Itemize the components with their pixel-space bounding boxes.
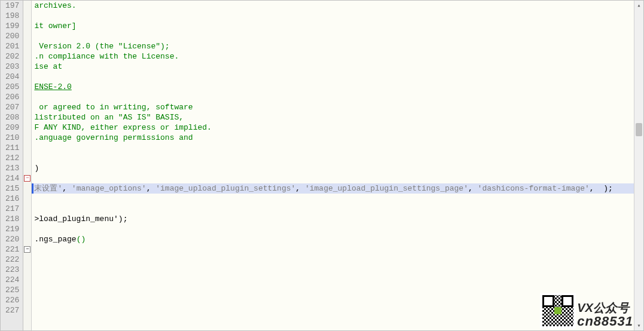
code-token: () xyxy=(77,235,86,244)
code-token: .n compliance with the License. xyxy=(34,52,179,61)
code-token: or agreed to in writing, software xyxy=(34,103,193,112)
line-number: 214 xyxy=(3,173,19,183)
code-line[interactable] xyxy=(32,275,634,285)
line-number: 227 xyxy=(3,305,19,315)
code-line[interactable]: or agreed to in writing, software xyxy=(32,102,634,112)
line-number: 199 xyxy=(3,21,19,31)
code-token: it owner] xyxy=(34,22,76,30)
watermark-text: VX公众号 cn88531 xyxy=(577,301,633,329)
code-token: , xyxy=(62,184,72,193)
code-line[interactable] xyxy=(32,194,634,204)
line-number: 216 xyxy=(3,194,19,204)
code-token: F ANY KIND, either express or implied. xyxy=(34,123,211,132)
code-line[interactable]: ) xyxy=(32,163,634,173)
code-token: 'image_upload_plugin_settings_page' xyxy=(305,184,468,193)
vertical-scrollbar[interactable]: ▴ ▾ xyxy=(634,1,643,330)
line-number: 217 xyxy=(3,204,19,214)
code-line[interactable]: ENSE-2.0 xyxy=(32,82,634,92)
code-line[interactable] xyxy=(32,72,634,82)
code-token: archives. xyxy=(34,1,76,10)
code-token: >load_plugin_menu'); xyxy=(34,214,127,223)
code-token: ise at xyxy=(34,62,62,71)
line-number: 224 xyxy=(3,275,19,285)
code-token: ) xyxy=(34,164,39,173)
caret-indicator xyxy=(32,183,33,194)
code-area[interactable]: archives.it owner] Version 2.0 (the "Lic… xyxy=(32,1,634,330)
code-line[interactable] xyxy=(32,173,634,183)
code-line[interactable] xyxy=(32,244,634,255)
code-editor: 1971981992002012022032042052062072082092… xyxy=(0,0,644,331)
line-number: 212 xyxy=(3,153,19,163)
code-token: 'dashicons-format-image' xyxy=(478,184,590,193)
code-line[interactable] xyxy=(32,11,634,21)
watermark-overlay: VX公众号 cn88531 xyxy=(540,293,633,329)
line-number: 226 xyxy=(3,295,19,305)
line-number: 204 xyxy=(3,72,19,82)
code-line[interactable]: .ngs_page() xyxy=(32,234,634,244)
line-number: 201 xyxy=(3,41,19,51)
line-number: 220 xyxy=(3,234,19,244)
watermark-line1: VX公众号 xyxy=(577,301,633,314)
line-number: 203 xyxy=(3,62,19,72)
code-token: 'image_upload_plugin_settings' xyxy=(155,184,295,193)
line-number: 225 xyxy=(3,285,19,295)
scroll-up-arrow[interactable]: ▴ xyxy=(634,1,643,10)
code-line[interactable]: Version 2.0 (the "License"); xyxy=(32,41,634,51)
scroll-thumb[interactable] xyxy=(636,123,642,136)
code-token: , ); xyxy=(590,184,613,193)
line-number: 223 xyxy=(3,265,19,275)
line-number: 205 xyxy=(3,82,19,92)
line-number: 218 xyxy=(3,214,19,224)
code-line[interactable]: F ANY KIND, either express or implied. xyxy=(32,122,634,133)
code-token: .anguage governing permissions and xyxy=(34,133,193,142)
code-line[interactable] xyxy=(32,255,634,265)
code-token: 'manage_options' xyxy=(72,184,146,193)
line-number: 202 xyxy=(3,51,19,62)
code-line[interactable]: .n compliance with the License. xyxy=(32,51,634,62)
line-number: 221 xyxy=(3,244,19,255)
fold-toggle-icon[interactable]: − xyxy=(24,246,30,253)
line-number: 200 xyxy=(3,31,19,41)
fold-column: −− xyxy=(23,1,32,330)
code-token: 末设置' xyxy=(34,184,62,193)
code-line[interactable] xyxy=(32,143,634,153)
line-number: 213 xyxy=(3,163,19,173)
line-number: 209 xyxy=(3,122,19,133)
code-line[interactable]: ise at xyxy=(32,62,634,72)
line-number: 222 xyxy=(3,255,19,265)
code-token: listributed on an "AS IS" BASIS, xyxy=(34,113,184,122)
code-token: , xyxy=(295,184,305,193)
line-number: 207 xyxy=(3,102,19,112)
line-number: 211 xyxy=(3,143,19,153)
code-line[interactable]: it owner] xyxy=(32,21,634,31)
code-line[interactable]: 末设置', 'manage_options', 'image_upload_pl… xyxy=(32,183,634,194)
code-line[interactable] xyxy=(32,31,634,41)
code-line[interactable]: .anguage governing permissions and xyxy=(32,133,634,143)
line-number: 219 xyxy=(3,224,19,234)
code-line[interactable] xyxy=(32,153,634,163)
code-token: , xyxy=(146,184,156,193)
line-number-gutter: 1971981992002012022032042052062072082092… xyxy=(1,1,23,330)
code-line[interactable]: listributed on an "AS IS" BASIS, xyxy=(32,112,634,122)
code-token: .ngs_page xyxy=(34,235,76,244)
line-number: 215 xyxy=(3,183,19,194)
line-number: 198 xyxy=(3,11,19,21)
line-number: 206 xyxy=(3,92,19,102)
code-line[interactable]: >load_plugin_menu'); xyxy=(32,214,634,224)
fold-toggle-icon[interactable]: − xyxy=(24,175,30,182)
code-line[interactable] xyxy=(32,92,634,102)
line-number: 208 xyxy=(3,112,19,122)
code-token: , xyxy=(468,184,478,193)
line-number: 210 xyxy=(3,133,19,143)
code-line[interactable]: archives. xyxy=(32,1,634,11)
qr-code-icon xyxy=(540,293,576,329)
code-line[interactable] xyxy=(32,224,634,234)
scroll-down-arrow[interactable]: ▾ xyxy=(634,321,643,330)
code-line[interactable] xyxy=(32,265,634,275)
code-line[interactable] xyxy=(32,204,634,214)
line-number: 197 xyxy=(3,1,19,11)
watermark-line2: cn88531 xyxy=(577,314,633,329)
code-token: Version 2.0 (the "License"); xyxy=(34,42,169,51)
code-token: ENSE-2.0 xyxy=(34,82,71,91)
